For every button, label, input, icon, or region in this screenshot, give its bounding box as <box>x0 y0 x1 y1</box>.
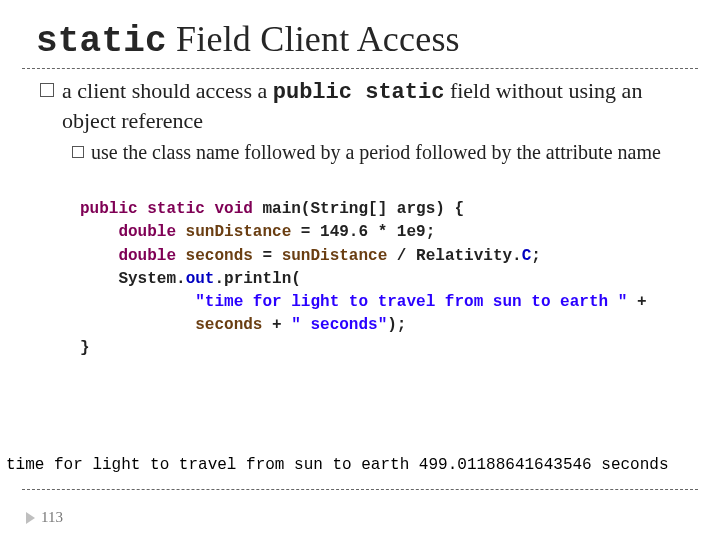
code-l5-plus: + <box>627 293 646 311</box>
bullet-level1: a client should access a public static f… <box>40 77 698 134</box>
slide: static Field Client Access a client shou… <box>0 0 720 540</box>
bullet-box-icon <box>40 83 54 97</box>
title-rest: Field Client Access <box>167 19 460 59</box>
string-literal: "time for light to travel from sun to ea… <box>195 293 627 311</box>
bullet-level2: use the class name followed by a period … <box>72 140 698 165</box>
bullet1-seg1: a client should access a <box>62 78 273 103</box>
code-l6-mid: + <box>262 316 291 334</box>
code-l3-mid: = <box>253 247 282 265</box>
title-rule <box>22 68 698 69</box>
bullet-box-icon <box>72 146 84 158</box>
var-sundistance: sunDistance <box>282 247 388 265</box>
page-number-wrap: 113 <box>26 509 63 526</box>
code-l2-rest: = 149.6 * 1e9; <box>291 223 435 241</box>
var-seconds: seconds <box>195 316 262 334</box>
triangle-icon <box>26 512 35 524</box>
code-l4a: System. <box>80 270 186 288</box>
kw-static: static <box>147 200 205 218</box>
member-c: C <box>522 247 532 265</box>
kw-void: void <box>214 200 252 218</box>
code-l6-end: ); <box>387 316 406 334</box>
code-l3-end: ; <box>531 247 541 265</box>
bullet2-text: use the class name followed by a period … <box>91 140 661 165</box>
var-seconds: seconds <box>176 247 253 265</box>
code-block: public static void main(String[] args) {… <box>80 175 698 361</box>
member-out: out <box>186 270 215 288</box>
page-number: 113 <box>41 509 63 526</box>
code-l4b: .println( <box>214 270 300 288</box>
kw-double: double <box>118 247 176 265</box>
code-l3-mid2: / Relativity. <box>387 247 521 265</box>
bullet1-text: a client should access a public static f… <box>62 77 698 134</box>
string-literal: " seconds" <box>291 316 387 334</box>
kw-double: double <box>118 223 176 241</box>
program-output: time for light to travel from sun to ear… <box>6 456 714 474</box>
slide-title: static Field Client Access <box>36 18 698 62</box>
bullet1-mono: public static <box>273 80 445 105</box>
footer-rule <box>22 489 698 490</box>
code-l1-rest: main(String[] args) { <box>253 200 464 218</box>
code-l7: } <box>80 339 90 357</box>
var-sundistance: sunDistance <box>176 223 291 241</box>
title-keyword: static <box>36 21 167 62</box>
kw-public: public <box>80 200 138 218</box>
